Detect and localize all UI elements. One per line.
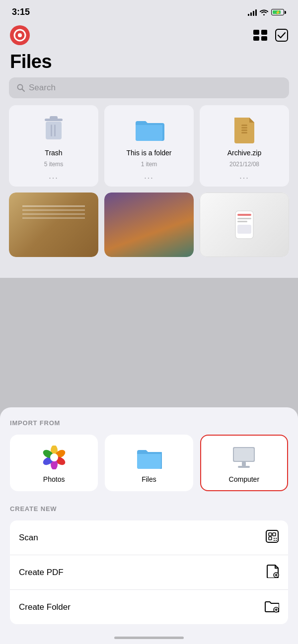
svg-rect-10	[50, 116, 58, 120]
svg-rect-6	[276, 29, 288, 41]
svg-rect-14	[241, 125, 247, 126]
svg-rect-33	[242, 462, 246, 466]
status-time: 3:15	[12, 7, 30, 17]
zip-icon-area	[228, 113, 260, 145]
file-card-trash[interactable]: Trash 5 items ...	[9, 105, 98, 187]
import-photos-label: Photos	[43, 475, 65, 483]
page-title: Files	[10, 51, 288, 72]
photos-icon	[42, 446, 66, 469]
svg-rect-36	[269, 533, 272, 536]
svg-rect-13	[54, 125, 56, 136]
svg-rect-12	[51, 125, 52, 136]
svg-rect-17	[241, 132, 247, 133]
files-icon-area	[136, 445, 162, 470]
svg-rect-42	[276, 540, 277, 541]
home-indicator	[114, 637, 184, 639]
svg-rect-37	[273, 533, 276, 536]
file-card-zip[interactable]: Archive.zip 2021/12/08 ...	[200, 105, 289, 187]
file-card-photo1[interactable]	[9, 193, 98, 257]
trash-name: Trash	[45, 149, 62, 157]
app-logo	[10, 25, 30, 45]
svg-rect-2	[253, 30, 259, 35]
svg-rect-4	[253, 36, 259, 41]
file-card-photo3[interactable]	[200, 193, 289, 257]
scan-label: Scan	[19, 533, 38, 543]
folder-meta: 1 item	[141, 161, 157, 168]
svg-rect-5	[261, 36, 267, 41]
trash-icon	[41, 115, 67, 143]
status-icons: ⚡	[248, 9, 286, 16]
create-folder-icon	[264, 599, 279, 615]
zip-more[interactable]: ...	[239, 172, 249, 181]
trash-more[interactable]: ...	[49, 172, 58, 181]
folder-icon	[134, 116, 164, 142]
create-folder-label: Create Folder	[19, 602, 71, 612]
import-files-label: Files	[142, 475, 156, 483]
folder-name: This is a folder	[126, 149, 171, 157]
file-grid: Trash 5 items ... This is a folder 1 ite…	[0, 105, 298, 257]
create-list: Scan Create PDF	[10, 520, 288, 624]
trash-meta: 5 items	[44, 161, 64, 168]
import-files-card[interactable]: Files	[105, 435, 193, 491]
signal-icon	[248, 9, 257, 16]
bottom-sheet: IMPORT FROM Photos	[0, 407, 298, 644]
zip-icon	[232, 115, 256, 143]
computer-icon	[231, 446, 257, 469]
battery-icon: ⚡	[271, 9, 286, 15]
search-bar[interactable]: Search	[9, 77, 289, 98]
svg-rect-40	[276, 538, 277, 539]
import-computer-label: Computer	[229, 475, 259, 483]
zip-name: Archive.zip	[227, 149, 261, 157]
scan-item[interactable]: Scan	[10, 520, 288, 555]
app-bar	[0, 21, 298, 47]
create-pdf-icon	[266, 564, 279, 580]
svg-point-1	[18, 33, 22, 37]
list-view-button[interactable]	[253, 30, 267, 41]
svg-line-8	[22, 89, 25, 92]
svg-rect-11	[46, 122, 62, 139]
wifi-icon	[260, 9, 268, 15]
svg-rect-22	[237, 225, 251, 234]
import-grid: Photos Files	[10, 435, 288, 491]
search-icon	[17, 84, 25, 92]
file-card-photo2[interactable]	[104, 193, 194, 257]
computer-icon-area	[231, 445, 257, 470]
svg-rect-16	[241, 129, 247, 131]
import-section-label: IMPORT FROM	[10, 419, 288, 427]
svg-point-30	[50, 453, 58, 461]
create-pdf-item[interactable]: Create PDF	[10, 555, 288, 590]
create-section-label: CREATE NEW	[10, 505, 288, 513]
svg-rect-34	[238, 466, 250, 468]
folder-more[interactable]: ...	[144, 172, 153, 181]
svg-rect-19	[237, 214, 251, 216]
import-photos-card[interactable]: Photos	[10, 435, 98, 491]
import-computer-card[interactable]: Computer	[200, 435, 288, 491]
svg-rect-41	[274, 540, 275, 541]
svg-rect-15	[241, 127, 247, 129]
svg-rect-20	[237, 218, 251, 219]
svg-rect-3	[261, 30, 267, 35]
photos-icon-area	[41, 445, 67, 470]
folder-icon-area	[133, 113, 165, 145]
create-pdf-label: Create PDF	[19, 568, 64, 578]
svg-rect-38	[269, 537, 272, 540]
search-placeholder: Search	[29, 83, 56, 93]
search-container: Search	[0, 77, 298, 105]
scan-icon	[265, 529, 279, 546]
files-folder-icon	[136, 446, 162, 469]
status-bar: 3:15 ⚡	[0, 0, 298, 21]
create-folder-item[interactable]: Create Folder	[10, 590, 288, 624]
zip-meta: 2021/12/08	[229, 161, 259, 168]
app-bar-actions	[253, 29, 288, 42]
page-title-section: Files	[0, 47, 298, 77]
file-card-folder[interactable]: This is a folder 1 item ...	[104, 105, 194, 187]
svg-rect-32	[234, 448, 254, 461]
svg-rect-39	[274, 538, 275, 539]
trash-icon-area	[38, 113, 70, 145]
select-button[interactable]	[275, 29, 288, 42]
svg-rect-21	[237, 221, 247, 222]
